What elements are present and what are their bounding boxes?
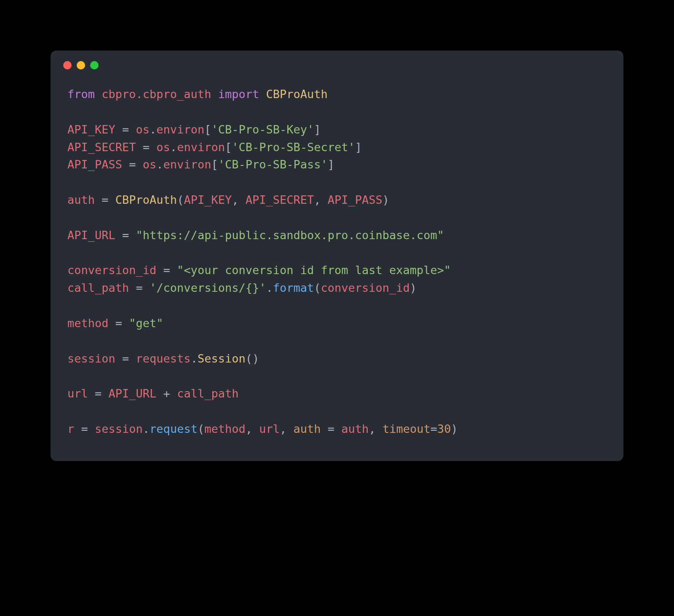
string-literal: "<your conversion id from last example>" bbox=[177, 264, 451, 277]
dot: . bbox=[150, 123, 156, 136]
operator: = bbox=[115, 123, 136, 136]
code-line: from cbpro.cbpro_auth import CBProAuth bbox=[67, 88, 328, 101]
variable: call_path bbox=[67, 281, 129, 294]
string-literal: 'CB-Pro-SB-Pass' bbox=[218, 158, 328, 171]
operator: = bbox=[136, 141, 157, 154]
property: environ bbox=[177, 141, 225, 154]
paren: ) bbox=[410, 281, 417, 294]
kwarg-name: auth bbox=[294, 422, 321, 435]
operator: = bbox=[109, 317, 129, 330]
variable: API_URL bbox=[67, 229, 115, 242]
paren: ) bbox=[382, 193, 389, 206]
code-line: API_URL = "https://api-public.sandbox.pr… bbox=[67, 229, 444, 242]
string-literal: "https://api-public.sandbox.pro.coinbase… bbox=[136, 229, 444, 242]
argument: method bbox=[204, 422, 246, 435]
variable: API_SECRET bbox=[67, 141, 136, 154]
operator: = bbox=[74, 422, 95, 435]
variable: method bbox=[67, 317, 109, 330]
code-line: r = session.request(method, url, auth = … bbox=[67, 422, 458, 435]
bracket: ] bbox=[328, 158, 334, 171]
kwarg-name: timeout bbox=[382, 422, 431, 435]
variable: conversion_id bbox=[67, 264, 156, 277]
object: requests bbox=[136, 352, 191, 365]
comma: , bbox=[232, 193, 246, 206]
argument: API_PASS bbox=[328, 193, 382, 206]
number-literal: 30 bbox=[437, 422, 451, 435]
variable: url bbox=[67, 387, 88, 400]
close-icon[interactable] bbox=[63, 61, 72, 69]
maximize-icon[interactable] bbox=[90, 61, 99, 69]
operator: + bbox=[156, 387, 177, 400]
code-line: auth = CBProAuth(API_KEY, API_SECRET, AP… bbox=[67, 193, 389, 206]
operator: = bbox=[129, 281, 150, 294]
paren: ( bbox=[198, 422, 204, 435]
window-titlebar bbox=[51, 51, 623, 77]
minimize-icon[interactable] bbox=[77, 61, 85, 69]
keyword-from: from bbox=[67, 88, 95, 101]
argument: url bbox=[259, 422, 280, 435]
variable: API_PASS bbox=[67, 158, 122, 171]
code-window: from cbpro.cbpro_auth import CBProAuth A… bbox=[51, 51, 623, 461]
code-line: API_PASS = os.environ['CB-Pro-SB-Pass'] bbox=[67, 158, 334, 171]
string-literal: "get" bbox=[129, 317, 163, 330]
operator: = bbox=[115, 229, 136, 242]
code-line: url = API_URL + call_path bbox=[67, 387, 238, 400]
paren: () bbox=[246, 352, 259, 365]
operator: = bbox=[122, 158, 143, 171]
operator: = bbox=[88, 387, 109, 400]
comma: , bbox=[314, 193, 328, 206]
code-line: API_SECRET = os.environ['CB-Pro-SB-Secre… bbox=[67, 141, 362, 154]
variable: API_URL bbox=[109, 387, 157, 400]
dot: . bbox=[266, 281, 273, 294]
code-editor[interactable]: from cbpro.cbpro_auth import CBProAuth A… bbox=[51, 77, 623, 461]
bracket: [ bbox=[204, 123, 211, 136]
kwarg-value: auth bbox=[341, 422, 369, 435]
paren: ) bbox=[451, 422, 457, 435]
object: os bbox=[143, 158, 157, 171]
operator: = bbox=[321, 422, 342, 435]
operator: = bbox=[431, 422, 437, 435]
string-literal: 'CB-Pro-SB-Secret' bbox=[232, 141, 355, 154]
bracket: ] bbox=[314, 123, 321, 136]
code-line: session = requests.Session() bbox=[67, 352, 259, 365]
operator: = bbox=[95, 193, 115, 206]
bracket: [ bbox=[211, 158, 218, 171]
bracket: [ bbox=[225, 141, 232, 154]
dot: . bbox=[170, 141, 177, 154]
dot: . bbox=[156, 158, 163, 171]
method-call: format bbox=[273, 281, 314, 294]
module-path: cbpro.cbpro_auth bbox=[102, 88, 211, 101]
object: os bbox=[156, 141, 170, 154]
variable: API_KEY bbox=[67, 123, 115, 136]
bracket: ] bbox=[355, 141, 362, 154]
property: environ bbox=[156, 123, 204, 136]
object: os bbox=[136, 123, 150, 136]
class-call: Session bbox=[198, 352, 246, 365]
comma: , bbox=[280, 422, 294, 435]
argument: API_KEY bbox=[184, 193, 232, 206]
paren: ( bbox=[314, 281, 321, 294]
property: environ bbox=[163, 158, 211, 171]
class-name: CBProAuth bbox=[266, 88, 327, 101]
comma: , bbox=[246, 422, 259, 435]
string-literal: '/conversions/{}' bbox=[150, 281, 266, 294]
variable: r bbox=[67, 422, 74, 435]
variable: call_path bbox=[177, 387, 238, 400]
code-line: method = "get" bbox=[67, 317, 163, 330]
code-line: conversion_id = "<your conversion id fro… bbox=[67, 264, 451, 277]
operator: = bbox=[115, 352, 136, 365]
operator: = bbox=[156, 264, 177, 277]
comma: , bbox=[369, 422, 382, 435]
object: session bbox=[95, 422, 143, 435]
argument: conversion_id bbox=[321, 281, 410, 294]
paren: ( bbox=[177, 193, 184, 206]
string-literal: 'CB-Pro-SB-Key' bbox=[211, 123, 314, 136]
dot: . bbox=[143, 422, 150, 435]
code-line: call_path = '/conversions/{}'.format(con… bbox=[67, 281, 417, 294]
dot: . bbox=[191, 352, 198, 365]
code-line: API_KEY = os.environ['CB-Pro-SB-Key'] bbox=[67, 123, 321, 136]
class-call: CBProAuth bbox=[115, 193, 177, 206]
keyword-import: import bbox=[218, 88, 259, 101]
variable: auth bbox=[67, 193, 95, 206]
argument: API_SECRET bbox=[246, 193, 314, 206]
